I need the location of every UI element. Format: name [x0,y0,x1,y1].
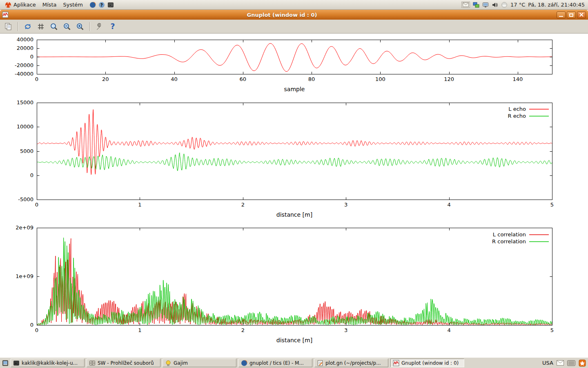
y-tick-label: 40000 [17,36,33,43]
y-tick-label: -5000 [18,196,33,202]
series-group [37,110,552,175]
x-tick-label: 4 [447,202,450,208]
y-tick-label: 2e+09 [16,224,33,231]
update-notifier-icon[interactable] [579,359,586,367]
replot-button[interactable] [22,21,33,32]
svg-text:>_: >_ [109,4,113,7]
y-tick-label: 5000 [20,148,33,154]
firefox-icon[interactable] [89,2,96,8]
x-axis-title: distance [m] [276,211,312,218]
close-button[interactable] [577,11,586,18]
show-desktop-icon[interactable] [2,360,9,366]
toolbar-separator [18,22,18,31]
legend-label: L echo [508,106,526,112]
taskbar-item-label: Gajim [174,360,188,366]
series-R-echo [37,153,552,171]
keyboard-icon[interactable] [567,360,575,366]
series-R-correlation [37,238,552,325]
minimize-button[interactable] [557,11,566,18]
x-axis-title: sample [284,86,305,92]
ubuntu-logo-icon [5,2,11,8]
window-title: Gnuplot (window id : 0) [9,12,555,18]
taskbar-item-editor[interactable]: plot.gn (~/projects/p... [314,359,388,367]
axis-labels: 020406080100120140-40000-200000200004000… [15,36,523,92]
help-icon[interactable]: ? [98,2,105,8]
copy-button[interactable] [2,21,14,32]
temperature-readout[interactable]: 17 °C [510,2,525,8]
menu-system-label: Systém [63,2,82,8]
taskbar-item-gnuplot[interactable]: Gnuplot (window id : 0) [390,359,464,367]
terminal-icon: >_ [13,360,20,366]
clock-applet[interactable]: Pá, 18. září, 21:40:45 [528,2,585,8]
menu-applications[interactable]: Aplikace [2,1,39,9]
svg-text:?: ? [100,3,103,7]
copy-icon [4,22,12,31]
help-button[interactable]: ? [107,21,118,32]
y-tick-label: 0 [30,172,33,178]
x-tick-label: 1 [138,327,141,333]
legend-label: L correlation [493,231,526,238]
maximize-button[interactable] [567,11,576,18]
series-L-echo [37,110,552,175]
y-tick-label: 0 [30,322,33,328]
y-tick-label: 0 [30,54,33,60]
x-tick-label: 0 [35,76,38,82]
taskbar-item-label: Gnuplot (window id : 0) [401,360,459,366]
y-tick-label: 10000 [17,123,33,130]
x-tick-label: 40 [171,76,178,82]
gnome-taskbar: >_ kaklik@kaklik-kolej-u... SW - Prohlíž… [0,357,588,368]
x-tick-label: 80 [308,76,315,82]
maximize-icon [569,13,573,17]
zoom-previous-button[interactable] [48,21,60,32]
mail-icon[interactable] [461,2,470,8]
terminal-icon[interactable]: >_ [107,2,114,8]
x-tick-label: 4 [447,327,450,333]
mail-notification-icon[interactable] [557,360,564,366]
refresh-icon [24,22,32,31]
axis-labels: 01234501e+092e+09distance [m] [16,224,554,343]
taskbar-item-terminal[interactable]: >_ kaklik@kaklik-kolej-u... [11,359,85,367]
file-manager-icon [89,360,96,366]
gnuplot-icon [393,360,399,366]
volume-icon[interactable] [492,2,498,8]
minimize-icon [559,16,563,17]
y-tick-label: 20000 [17,45,33,51]
svg-text:>_: >_ [15,362,19,365]
weather-icon[interactable] [501,2,508,8]
text-editor-icon [317,360,323,366]
menu-system[interactable]: Systém [60,1,86,9]
settings-button[interactable] [94,21,105,32]
display-icon[interactable] [482,2,489,8]
x-axis-title: distance [m] [276,337,312,343]
magnifier-minus-icon [63,22,71,31]
x-tick-label: 140 [512,76,523,82]
taskbar-item-gajim[interactable]: Gajim [163,359,236,367]
plot-canvas-3[interactable]: 01234501e+092e+09distance [m]L correlati… [0,224,588,357]
menu-places-label: Místa [42,2,57,8]
gnome-top-panel: Aplikace Místa Systém ? >_ [0,0,588,10]
series-group [37,238,552,325]
toolbar-separator [89,22,90,31]
x-tick-label: 2 [241,202,245,208]
window-titlebar[interactable]: Gnuplot (window id : 0) [0,10,588,20]
network-icon[interactable] [473,2,479,8]
wrench-icon [96,22,104,31]
keyboard-layout-indicator[interactable]: USA [542,360,553,366]
axes [37,40,552,74]
x-tick-label: 120 [444,76,454,82]
taskbar-item-label: gnuplot / tics (E) - M... [249,360,304,366]
legend-label: R correlation [492,238,526,245]
zoom-out-button[interactable] [61,21,73,32]
grid-icon [37,22,45,31]
taskbar-item-file-browser[interactable]: SW - Prohlížeč souborů [87,359,160,367]
grid-button[interactable] [35,21,47,32]
menu-places[interactable]: Místa [39,1,60,9]
window-gnuplot-icon [2,11,9,18]
plot-canvas-2[interactable]: 012345-5000050001000015000distance [m]L … [0,96,588,224]
menu-applications-label: Aplikace [13,2,36,8]
zoom-in-button[interactable] [74,21,86,32]
gnuplot-toolbar: ? [0,20,588,34]
taskbar-item-label: kaklik@kaklik-kolej-u... [22,360,78,366]
plot-canvas-1[interactable]: 020406080100120140-40000-200000200004000… [0,34,588,96]
taskbar-item-firefox[interactable]: gnuplot / tics (E) - M... [238,359,312,367]
